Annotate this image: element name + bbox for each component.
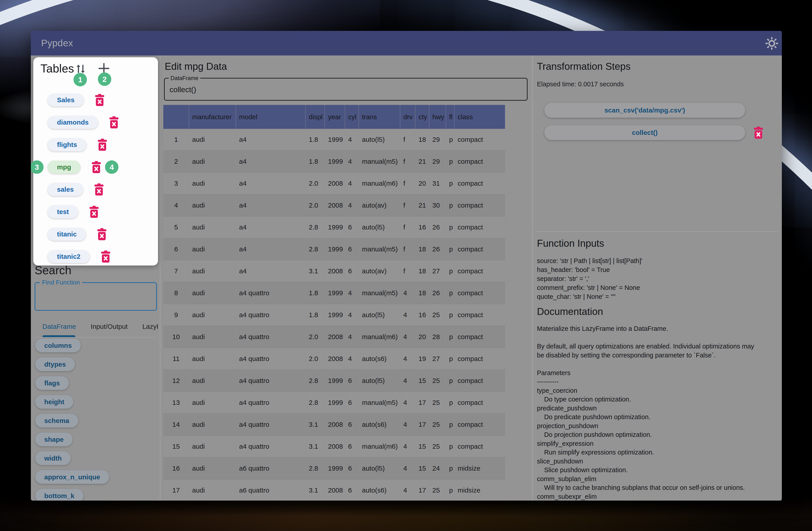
delete-table-button[interactable] [97, 139, 107, 151]
function-chip-bottom-k[interactable]: bottom_k [35, 489, 83, 501]
tab-lazyframe[interactable]: LazyFrame [142, 323, 158, 330]
delete-table-button[interactable] [94, 183, 104, 195]
table-cell: a4 [236, 151, 306, 172]
function-chip-approx-n-unique[interactable]: approx_n_unique [35, 470, 109, 484]
column-header-class: class [454, 105, 505, 129]
function-chip-shape[interactable]: shape [35, 433, 73, 446]
tab-input-output[interactable]: Input/Output [91, 323, 128, 330]
row-index-cell: 10 [163, 326, 189, 348]
table-cell: 4 [345, 194, 359, 216]
table-cell: a4 quattro [236, 326, 306, 348]
table-cell: 1.8 [306, 129, 325, 151]
table-chip-mpg[interactable]: mpg [47, 160, 81, 173]
table-cell: 31 [429, 172, 446, 194]
table-chip-sales[interactable]: sales [47, 183, 83, 196]
table-cell: compact [454, 151, 505, 172]
table-cell: p [446, 194, 454, 216]
delete-table-button[interactable] [95, 94, 105, 106]
table-chip-flights[interactable]: flights [47, 138, 86, 151]
table-row: 4audia42.020084auto(av)f2130pcompact [163, 194, 505, 216]
table-cell: 15 [416, 458, 429, 479]
table-cell: 3.1 [306, 479, 325, 501]
table-cell: 2.8 [306, 216, 325, 238]
table-cell: 4 [345, 172, 359, 194]
function-chip-height[interactable]: height [35, 395, 73, 409]
table-cell: audi [189, 151, 236, 172]
table-cell: 4 [400, 479, 416, 501]
table-cell: audi [189, 370, 236, 392]
table-cell: p [446, 392, 454, 414]
right-divider [532, 55, 533, 501]
table-cell: 25 [429, 370, 446, 392]
delete-table-button[interactable] [101, 251, 111, 263]
delete-table-button[interactable] [97, 228, 107, 240]
table-cell: midsize [454, 479, 505, 501]
table-cell: audi [189, 414, 236, 435]
mpg-table-body: 1audia41.819994auto(l5)f1829pcompact2aud… [163, 129, 505, 501]
step-button-scan-csv[interactable]: scan_csv('data/mpg.csv') [544, 103, 745, 118]
table-cell: 6 [345, 458, 359, 479]
function-category-tabs: DataFrame Input/Output LazyFrame [31, 318, 158, 336]
annotation-badge-3: 3 [31, 160, 44, 174]
table-cell: a4 quattro [236, 435, 306, 458]
table-cell: compact [454, 414, 505, 435]
function-chip-schema[interactable]: schema [35, 414, 78, 428]
table-cell: 18 [416, 260, 429, 282]
find-function-input[interactable] [39, 285, 154, 309]
table-cell: 2.0 [306, 326, 325, 348]
table-cell: 25 [429, 479, 446, 501]
table-cell: auto(l5) [359, 216, 400, 238]
function-chip-width[interactable]: width [35, 451, 71, 465]
tab-dataframe[interactable]: DataFrame [42, 323, 76, 330]
annotation-badge-4: 4 [105, 160, 118, 174]
table-cell: 25 [429, 435, 446, 458]
table-cell: compact [454, 216, 505, 238]
table-cell: p [446, 348, 454, 370]
delete-table-button[interactable] [89, 206, 99, 218]
table-cell: 4 [345, 326, 359, 348]
table-cell: a4 [236, 129, 306, 151]
table-chip-titanic2[interactable]: titanic2 [47, 250, 90, 263]
table-cell: compact [454, 129, 505, 151]
table-cell: 2008 [325, 348, 345, 370]
delete-table-button[interactable] [91, 161, 101, 173]
app-header: Pypdex [31, 31, 782, 55]
table-chip-titanic[interactable]: titanic [47, 228, 86, 241]
step-button-collect[interactable]: collect() [544, 125, 745, 140]
right-panel-divider [536, 231, 778, 232]
theme-toggle-button[interactable] [765, 37, 779, 50]
delete-table-button[interactable] [109, 116, 119, 128]
table-cell: compact [454, 282, 505, 304]
table-cell: a4 quattro [236, 304, 306, 326]
table-cell: audi [189, 348, 236, 370]
trash-delete-icon [91, 161, 101, 173]
table-row: 15audia4 quattro3.120086manual(m6)41525p… [163, 435, 505, 458]
table-cell: 21 [416, 151, 429, 172]
table-row: 13audia4 quattro2.819996manual(m5)41725p… [163, 392, 505, 414]
table-row-item: sales [47, 178, 155, 201]
delete-step-button[interactable] [753, 127, 764, 139]
table-cell: 2.0 [306, 172, 325, 194]
row-index-cell: 2 [163, 151, 189, 172]
table-cell: p [446, 238, 454, 260]
table-cell: 4 [400, 304, 416, 326]
table-cell: manual(m5) [359, 238, 400, 260]
table-cell: 1999 [325, 216, 345, 238]
table-chip-Sales[interactable]: Sales [47, 94, 84, 107]
dataframe-expression-input[interactable] [169, 80, 523, 99]
table-cell: 2.8 [306, 458, 325, 479]
trash-delete-icon [97, 139, 107, 151]
table-chip-test[interactable]: test [47, 205, 78, 218]
table-cell: f [400, 172, 416, 194]
table-cell: 27 [429, 260, 446, 282]
table-cell: 3.1 [306, 260, 325, 282]
table-cell: 15 [416, 370, 429, 392]
table-cell: 2008 [325, 260, 345, 282]
table-chip-diamonds[interactable]: diamonds [47, 116, 98, 129]
table-cell: 2008 [325, 479, 345, 501]
table-cell: auto(av) [359, 260, 400, 282]
function-chip-flags[interactable]: flags [35, 376, 69, 390]
row-index-cell: 14 [163, 414, 189, 435]
function-chip-columns[interactable]: columns [35, 339, 81, 352]
function-chip-dtypes[interactable]: dtypes [35, 358, 75, 371]
